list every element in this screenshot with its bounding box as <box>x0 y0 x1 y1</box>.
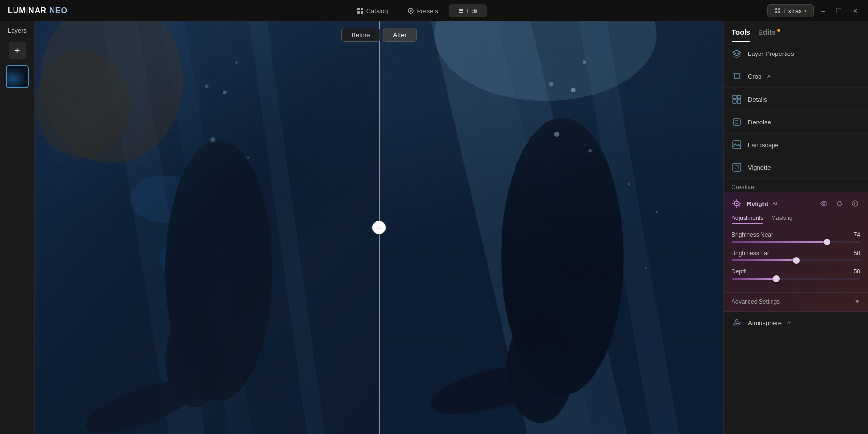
crop-item[interactable]: CropAI <box>724 65 868 88</box>
tab-edits[interactable]: Edits <box>758 28 780 42</box>
before-after-controls: Before After <box>341 28 417 42</box>
svg-marker-70 <box>840 200 841 203</box>
crop-svg-icon <box>732 72 741 81</box>
crop-ai-badge: AI <box>767 74 772 79</box>
image-after <box>379 21 723 434</box>
svg-point-69 <box>823 203 825 205</box>
landscape-label: Landscape <box>748 141 779 149</box>
landscape-item[interactable]: Landscape <box>724 134 868 156</box>
atmosphere-ai-badge: AI <box>787 320 792 325</box>
svg-point-20 <box>35 51 130 158</box>
landscape-icon <box>732 139 742 150</box>
titlebar-left: LUMINAR NEO <box>8 6 68 15</box>
brightness-far-value: 50 <box>854 250 860 257</box>
catalog-icon <box>357 7 364 14</box>
details-label: Details <box>748 96 767 103</box>
masking-tab[interactable]: Masking <box>771 215 793 224</box>
after-button[interactable]: After <box>383 28 416 42</box>
sliders-area: Brightness Near 74 Brightness Far 50 <box>724 228 868 292</box>
layer-properties-icon <box>732 48 742 59</box>
before-button[interactable]: Before <box>341 28 380 42</box>
right-panel: Tools Edits Layer Properties <box>723 21 868 434</box>
adjustments-tab[interactable]: Adjustments <box>732 215 763 224</box>
vignette-icon <box>732 162 742 173</box>
maximize-button[interactable]: ❐ <box>834 6 844 15</box>
brightness-far-row: Brightness Far 50 <box>732 250 860 261</box>
relight-ai-badge: AI <box>773 201 777 206</box>
layer-properties-item[interactable]: Layer Properties <box>724 42 868 65</box>
depth-fill <box>732 278 776 280</box>
details-item[interactable]: Details <box>724 88 868 111</box>
canvas-area: Before After <box>35 21 723 434</box>
relight-header[interactable]: RelightAI <box>724 192 868 215</box>
titlebar: LUMINAR NEO Catalog Presets Edit Extras … <box>0 0 868 21</box>
svg-point-42 <box>588 149 592 153</box>
add-layer-button[interactable]: + <box>9 42 26 59</box>
relight-info-button[interactable] <box>850 199 860 208</box>
svg-point-43 <box>549 82 553 86</box>
relight-header-left: RelightAI <box>732 198 777 209</box>
svg-rect-1 <box>361 8 363 10</box>
svg-rect-53 <box>737 100 741 103</box>
vignette-label: Vignette <box>748 164 771 171</box>
chevron-down-icon: ▼ <box>854 298 860 305</box>
before-scene-svg <box>35 21 379 434</box>
denoise-item[interactable]: Denoise <box>724 111 868 134</box>
atmosphere-svg-icon <box>732 318 741 327</box>
svg-point-41 <box>554 132 560 137</box>
relight-header-right <box>818 199 860 208</box>
svg-point-30 <box>205 84 208 88</box>
minimize-button[interactable]: – <box>819 6 827 15</box>
landscape-svg-icon <box>732 140 741 149</box>
creative-section-header: Creative <box>724 179 868 192</box>
extras-dot: • <box>805 8 807 14</box>
image-container: ↔ <box>35 21 723 434</box>
depth-row: Depth 50 <box>732 268 860 280</box>
atmosphere-item[interactable]: AtmosphereAI <box>724 312 868 334</box>
extras-button[interactable]: Extras • <box>767 4 814 17</box>
details-icon <box>732 94 742 105</box>
presets-nav-button[interactable]: Presets <box>399 4 447 17</box>
denoise-svg-icon <box>732 118 741 126</box>
image-before <box>35 21 379 434</box>
adjustment-tabs: Adjustments Masking <box>724 215 868 228</box>
catalog-nav-button[interactable]: Catalog <box>348 4 397 17</box>
depth-label: Depth <box>732 268 747 275</box>
brightness-near-row: Brightness Near 74 <box>732 231 860 243</box>
layer-thumbnail[interactable] <box>6 65 29 88</box>
eye-icon <box>820 201 827 206</box>
svg-rect-3 <box>361 11 363 14</box>
relight-icon <box>732 198 742 209</box>
close-button[interactable]: ✕ <box>851 6 860 15</box>
atmosphere-label: Atmosphere <box>748 319 782 326</box>
split-handle[interactable]: ↔ <box>372 221 386 234</box>
crop-icon <box>732 71 742 81</box>
vignette-item[interactable]: Vignette <box>724 156 868 179</box>
svg-point-74 <box>736 320 738 322</box>
advanced-settings-row[interactable]: Advanced Settings ▼ <box>724 292 868 311</box>
svg-point-45 <box>628 183 630 186</box>
app-logo: LUMINAR NEO <box>8 6 68 15</box>
brightness-near-thumb[interactable] <box>824 239 830 245</box>
relight-visibility-button[interactable] <box>818 200 829 207</box>
after-scene-svg <box>379 21 723 434</box>
brightness-far-thumb[interactable] <box>793 257 800 264</box>
reset-icon <box>836 200 843 207</box>
crop-label: Crop <box>748 73 761 80</box>
svg-point-28 <box>210 137 215 142</box>
extras-icon <box>774 7 781 14</box>
brightness-far-track[interactable] <box>732 259 860 261</box>
brightness-near-track[interactable] <box>732 241 860 243</box>
nav-bar: Catalog Presets Edit <box>348 4 487 17</box>
svg-rect-59 <box>733 163 741 171</box>
depth-thumb[interactable] <box>773 275 780 282</box>
depth-track[interactable] <box>732 278 860 280</box>
svg-point-40 <box>583 60 586 64</box>
edit-icon <box>458 7 464 14</box>
relight-section: RelightAI <box>724 192 868 312</box>
edit-nav-button[interactable]: Edit <box>449 4 487 17</box>
depth-value: 50 <box>854 268 860 275</box>
relight-reset-button[interactable] <box>834 199 845 208</box>
vignette-svg-icon <box>732 163 741 172</box>
tab-tools[interactable]: Tools <box>732 28 750 42</box>
